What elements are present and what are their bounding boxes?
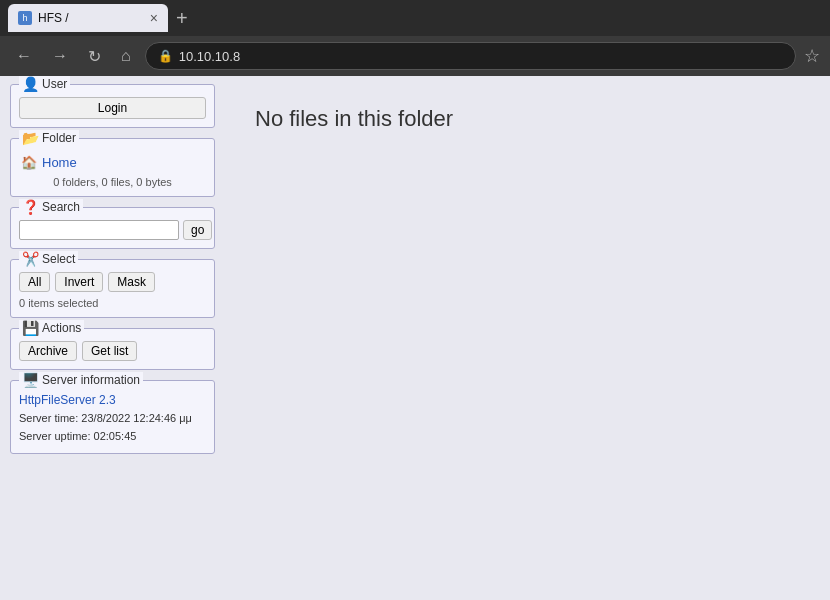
new-tab-button[interactable]: + [172, 7, 192, 30]
main-content: No files in this folder [225, 76, 830, 600]
security-icon: 🔒 [158, 49, 173, 63]
url-text: 10.10.10.8 [179, 49, 240, 64]
select-invert-button[interactable]: Invert [55, 272, 103, 292]
bookmark-button[interactable]: ☆ [804, 45, 820, 67]
search-panel-title: Search [42, 200, 80, 214]
tab-bar: h HFS / × + [8, 4, 822, 32]
browser-titlebar: h HFS / × + [0, 0, 830, 36]
actions-icon: 💾 [22, 320, 38, 336]
forward-button[interactable]: → [46, 43, 74, 69]
archive-button[interactable]: Archive [19, 341, 77, 361]
tab-favicon: h [18, 11, 32, 25]
user-panel-title: User [42, 77, 67, 91]
search-help-icon: ❓ [22, 199, 38, 215]
address-bar: ← → ↻ ⌂ 🔒 10.10.10.8 ☆ [0, 36, 830, 76]
sidebar: 👤 User Login 📂 Folder 🏠 Home 0 folders, … [0, 76, 225, 600]
select-panel-legend: ✂️ Select [19, 251, 78, 267]
server-time: Server time: 23/8/2022 12:24:46 μμ [19, 410, 206, 428]
server-icon: 🖥️ [22, 372, 38, 388]
home-link-text: Home [42, 155, 77, 170]
action-buttons: Archive Get list [19, 341, 206, 361]
tab-title: HFS / [38, 11, 69, 25]
actions-panel-title: Actions [42, 321, 81, 335]
search-panel-legend: ❓ Search [19, 199, 83, 215]
user-panel: 👤 User Login [10, 84, 215, 128]
home-link[interactable]: 🏠 Home [19, 151, 206, 174]
refresh-button[interactable]: ↻ [82, 43, 107, 70]
select-status: 0 items selected [19, 297, 206, 309]
home-button[interactable]: ⌂ [115, 43, 137, 69]
select-buttons: All Invert Mask [19, 272, 206, 292]
server-uptime: Server uptime: 02:05:45 [19, 428, 206, 446]
server-info-title: Server information [42, 373, 140, 387]
user-panel-legend: 👤 User [19, 76, 70, 92]
server-info-legend: 🖥️ Server information [19, 372, 143, 388]
select-panel: ✂️ Select All Invert Mask 0 items select… [10, 259, 215, 318]
search-row: go [19, 220, 206, 240]
back-button[interactable]: ← [10, 43, 38, 69]
hfs-version-link[interactable]: HttpFileServer 2.3 [19, 393, 206, 407]
empty-folder-message: No files in this folder [255, 106, 800, 132]
search-input[interactable] [19, 220, 179, 240]
server-info-panel: 🖥️ Server information HttpFileServer 2.3… [10, 380, 215, 454]
select-mask-button[interactable]: Mask [108, 272, 155, 292]
url-bar[interactable]: 🔒 10.10.10.8 [145, 42, 796, 70]
select-icon: ✂️ [22, 251, 38, 267]
select-all-button[interactable]: All [19, 272, 50, 292]
home-folder-icon: 🏠 [21, 155, 37, 170]
select-panel-title: Select [42, 252, 75, 266]
actions-panel: 💾 Actions Archive Get list [10, 328, 215, 370]
get-list-button[interactable]: Get list [82, 341, 137, 361]
tab-close-button[interactable]: × [150, 10, 158, 26]
folder-panel: 📂 Folder 🏠 Home 0 folders, 0 files, 0 by… [10, 138, 215, 197]
actions-panel-legend: 💾 Actions [19, 320, 84, 336]
search-panel: ❓ Search go [10, 207, 215, 249]
page: 👤 User Login 📂 Folder 🏠 Home 0 folders, … [0, 76, 830, 600]
folder-panel-legend: 📂 Folder [19, 130, 79, 146]
folder-icon: 📂 [22, 130, 38, 146]
user-icon: 👤 [22, 76, 38, 92]
folder-panel-title: Folder [42, 131, 76, 145]
folder-stats: 0 folders, 0 files, 0 bytes [19, 174, 206, 188]
active-tab[interactable]: h HFS / × [8, 4, 168, 32]
search-go-button[interactable]: go [183, 220, 212, 240]
login-button[interactable]: Login [19, 97, 206, 119]
